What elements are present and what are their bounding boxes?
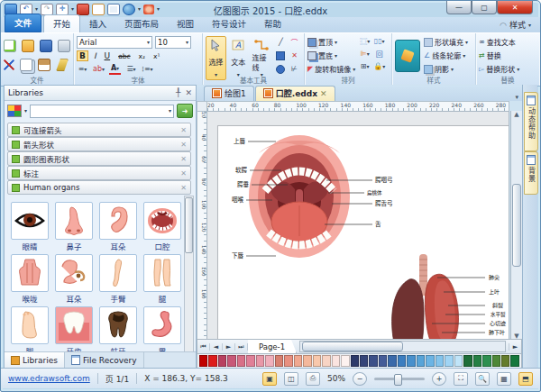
tab-scroll-icon[interactable]: ▾ [515, 94, 518, 101]
section-close-icon[interactable]: ✕ [180, 155, 187, 163]
vscroll-thumb[interactable] [512, 184, 521, 267]
shape-item-leg[interactable]: 腿 [142, 254, 183, 304]
align-text-icon[interactable]: ☰▾ [125, 64, 137, 74]
shape-item-foot[interactable]: 脚 [9, 306, 50, 356]
normal-view-icon[interactable]: ▣ [262, 372, 277, 386]
tab-libraries[interactable]: Libraries [5, 352, 65, 368]
tab-insert[interactable]: 插入 [80, 15, 115, 32]
replace-button[interactable]: ⇄替换 [479, 50, 536, 61]
prev-page-icon[interactable]: ◄ [210, 343, 223, 351]
library-section-callouts[interactable]: 标注 ✕ [7, 166, 191, 180]
shape-item-eye[interactable]: 眼睛 [9, 202, 50, 251]
palette-swatch[interactable] [284, 355, 292, 367]
library-section-arrow-shapes[interactable]: 箭头形状 ✕ [7, 137, 191, 151]
shape-fill-button[interactable]: 形状填充▾ [424, 36, 468, 48]
library-dropdown-icon[interactable]: ▾ [24, 108, 27, 114]
tab-symbol-design[interactable]: 符号设计 [203, 15, 255, 32]
zoom-in-icon[interactable]: + [432, 372, 446, 386]
palette-swatch[interactable] [227, 355, 235, 367]
palette-swatch[interactable] [379, 355, 387, 367]
hscroll-thumb[interactable] [302, 342, 403, 351]
same-size-icon[interactable]: ⊫▾ [359, 49, 371, 59]
zoom-out-icon[interactable]: − [353, 372, 367, 386]
send-to-back-button[interactable]: 置底▾ [307, 50, 355, 61]
tab-view[interactable]: 视图 [168, 15, 203, 32]
palette-swatch[interactable] [482, 355, 491, 367]
palette-swatch[interactable] [398, 355, 406, 367]
print-icon[interactable] [58, 40, 70, 52]
arc-tool-icon[interactable]: ⌒ [289, 37, 300, 47]
palette-swatch[interactable] [360, 355, 368, 367]
zoom-slider-knob[interactable] [394, 374, 402, 386]
freeform-tool-icon[interactable]: ✕ [289, 50, 300, 60]
maximize-button[interactable]: ▢ [472, 1, 497, 14]
select-tool-button[interactable]: 选择▾ [206, 36, 226, 80]
close-doc-icon[interactable]: ✕ [320, 89, 327, 98]
shadow-button[interactable]: 阴影▾ [424, 63, 468, 75]
shape-item-arm[interactable]: 手臂 [97, 254, 139, 304]
palette-swatch[interactable] [218, 355, 226, 367]
palette-swatch[interactable] [303, 355, 311, 367]
bullet-list-icon[interactable]: ⁝≡▾ [142, 64, 153, 74]
lock-icon[interactable]: 🔒▾ [373, 61, 385, 71]
line-tool-icon[interactable]: ╱ [275, 37, 287, 47]
library-scrollbar[interactable] [184, 196, 194, 356]
zoom-area-icon[interactable]: 🔍 [475, 372, 490, 386]
palette-swatch[interactable] [275, 355, 283, 367]
palette-swatch[interactable] [388, 355, 396, 367]
doc-tab-mouth[interactable]: 口腔.eddx ✕ [255, 86, 335, 101]
crop-tool-icon[interactable]: ⊬ [289, 64, 300, 74]
fullscreen-icon[interactable]: ⬒ [518, 372, 533, 386]
library-search-go-button[interactable]: ➜ [177, 104, 193, 118]
palette-swatch[interactable] [463, 355, 472, 367]
library-section-human-organs[interactable]: Human organs ✕ [7, 180, 191, 195]
shape-item-throat[interactable]: 喉咙 [9, 254, 50, 304]
replace-shape-button[interactable]: ▻替换形状▾ [479, 63, 536, 75]
group-icon[interactable]: ⊞▾ [359, 61, 371, 71]
format-painter-icon[interactable] [56, 59, 69, 71]
line-outline-button[interactable]: ∠线条轮廓▾ [424, 50, 468, 61]
palette-swatch[interactable] [265, 355, 273, 367]
palette-swatch[interactable] [436, 355, 444, 367]
tab-background[interactable]: 背景 [524, 151, 538, 195]
shape-item-inner-ear[interactable]: 耳朵 [53, 254, 95, 304]
tab-file[interactable]: 文件 [5, 14, 41, 32]
highlight-color-icon[interactable]: ab▾ [93, 64, 105, 74]
horizontal-scrollbar[interactable] [299, 341, 506, 352]
palette-swatch[interactable] [407, 355, 415, 367]
palette-swatch[interactable] [332, 355, 340, 367]
font-size-select[interactable]: 10▾ [155, 36, 191, 49]
palette-swatch[interactable] [369, 355, 377, 367]
page-tab[interactable]: Page-1 [248, 340, 297, 353]
section-close-icon[interactable]: ✕ [180, 141, 187, 149]
print-preview-view-icon[interactable]: ⎙ [306, 372, 320, 386]
style-theme-button[interactable]: ◠ 样式 ▾ [500, 19, 531, 31]
shape-item-ear[interactable]: 耳朵 [97, 202, 139, 251]
palette-swatch[interactable] [256, 355, 264, 367]
hscroll-right-icon[interactable]: ► [509, 343, 521, 351]
palette-swatch[interactable] [454, 355, 463, 367]
quick-style-button[interactable] [395, 40, 420, 72]
align-shapes-icon[interactable]: ⿴▾ [359, 36, 371, 46]
ellipse-tool-icon[interactable] [275, 64, 287, 74]
tab-page-layout[interactable]: 页面布局 [115, 15, 168, 32]
palette-swatch[interactable] [351, 355, 359, 367]
palette-swatch[interactable] [294, 355, 302, 367]
tab-home[interactable]: 开始 [43, 14, 80, 32]
next-page-icon[interactable]: ► [223, 343, 235, 351]
close-button[interactable]: ✕ [497, 1, 533, 14]
rotate-mirror-button[interactable]: ◤旋转和镜像▾ [307, 63, 355, 75]
shape-item-mouth[interactable]: 口腔 [142, 202, 183, 251]
scroll-up-icon[interactable]: ▲ [514, 111, 518, 118]
new-document-icon[interactable] [4, 40, 16, 52]
shape-item-nose[interactable]: 鼻子 [53, 202, 95, 251]
underline-button[interactable]: U [102, 50, 114, 61]
palette-swatch[interactable] [473, 355, 481, 367]
drawing-viewport[interactable]: 上唇 软腭 腭垂 咽喉 下唇 腭咽弓 扁桃体 腭舌弓 舌 [206, 111, 509, 340]
rectangle-tool-icon[interactable] [275, 50, 287, 60]
section-close-icon[interactable]: ✕ [180, 126, 187, 134]
section-close-icon[interactable]: ✕ [180, 184, 187, 192]
palette-swatch[interactable] [246, 355, 254, 367]
connector-tool-button[interactable]: 连接线▾ [251, 36, 273, 80]
bold-button[interactable]: B [77, 50, 88, 61]
